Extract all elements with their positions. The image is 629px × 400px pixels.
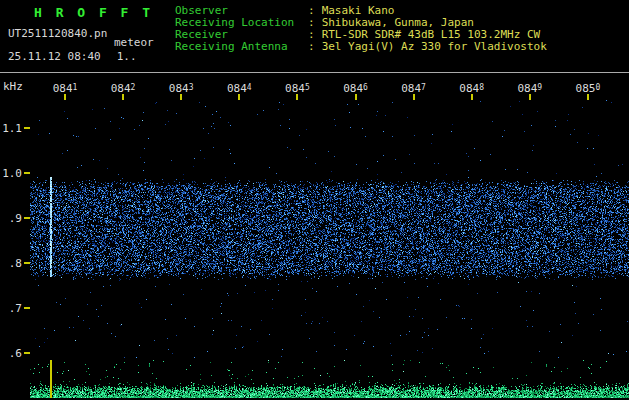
spectrogram-canvas [30,100,629,358]
y-tick-label: .7 [0,302,22,315]
y-tick-label: .6 [0,347,22,360]
hrofft-screen: H R O F F T UT2511120840.pn meteor 25.11… [0,0,629,400]
y-tick-label: 1.0 [0,167,22,180]
y-tick-label: .9 [0,212,22,225]
y-tick-label: .8 [0,257,22,270]
signal-level-strip-canvas [30,360,629,398]
y-tick-label: 1.1 [0,122,22,135]
